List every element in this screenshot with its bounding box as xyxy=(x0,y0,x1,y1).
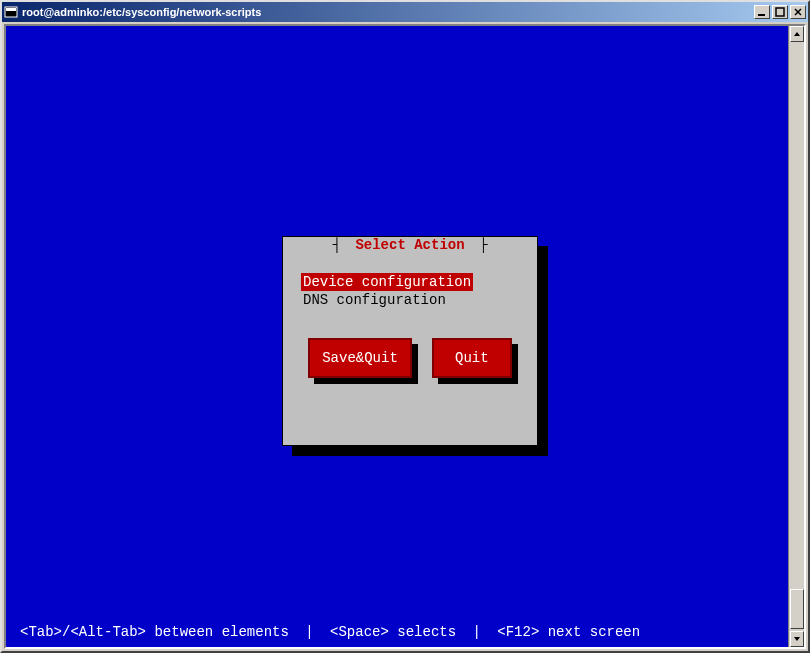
action-list: Device configuration DNS configuration xyxy=(301,273,519,309)
quit-button[interactable]: Quit xyxy=(432,338,512,378)
dialog-box: ┤ Select Action ├ Device configuration D… xyxy=(282,236,538,446)
close-button[interactable] xyxy=(790,5,806,19)
minimize-button[interactable] xyxy=(754,5,770,19)
window-controls xyxy=(752,5,806,19)
window-frame: root@adminko:/etc/sysconfig/network-scri… xyxy=(0,0,810,653)
app-icon xyxy=(4,5,18,19)
menu-item-device-configuration[interactable]: Device configuration xyxy=(301,273,473,291)
dialog-title-wrap: ┤ Select Action ├ xyxy=(283,236,537,254)
hint-f12: <F12> next screen xyxy=(497,624,640,640)
dialog: ┤ Select Action ├ Device configuration D… xyxy=(282,236,538,446)
menu-item-dns-configuration[interactable]: DNS configuration xyxy=(301,291,448,309)
save-quit-button[interactable]: Save&Quit xyxy=(308,338,412,378)
window-title: root@adminko:/etc/sysconfig/network-scri… xyxy=(22,6,752,18)
hint-tab: <Tab>/<Alt-Tab> between elements xyxy=(20,624,289,640)
svg-rect-2 xyxy=(758,14,765,16)
titlebar[interactable]: root@adminko:/etc/sysconfig/network-scri… xyxy=(2,2,808,22)
dialog-title: Select Action xyxy=(349,237,470,253)
help-footer: <Tab>/<Alt-Tab> between elements | <Spac… xyxy=(20,623,784,641)
scroll-thumb[interactable] xyxy=(790,589,804,629)
scroll-up-button[interactable] xyxy=(790,26,804,42)
svg-rect-1 xyxy=(6,8,16,11)
scrollbar[interactable] xyxy=(788,26,804,647)
hint-space: <Space> selects xyxy=(330,624,456,640)
maximize-button[interactable] xyxy=(772,5,788,19)
svg-rect-3 xyxy=(776,8,784,16)
terminal-area: ┤ Select Action ├ Device configuration D… xyxy=(4,24,806,649)
scroll-down-button[interactable] xyxy=(790,631,804,647)
